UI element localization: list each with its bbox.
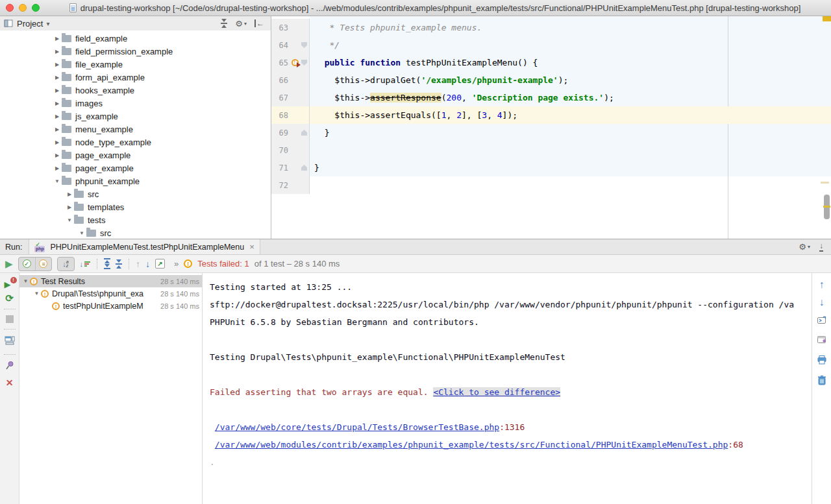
- project-tree-item[interactable]: ▶menu_example: [0, 123, 271, 136]
- project-tree-item[interactable]: ▶templates: [0, 200, 271, 213]
- editor-scrollbar[interactable]: [824, 195, 830, 219]
- close-window-button[interactable]: [6, 4, 14, 12]
- rerun-icon[interactable]: ⟳: [5, 293, 14, 303]
- jump-to-console-icon[interactable]: [817, 315, 827, 328]
- code-line[interactable]: 69 }: [271, 124, 831, 141]
- show-ignored-toggle[interactable]: ≡: [35, 258, 51, 270]
- project-tree-item[interactable]: ▶field_permission_example: [0, 45, 271, 58]
- window-title: drupal-testing-workshop [~/Code/os/drupa…: [81, 3, 801, 13]
- code-text: $this->assertEquals([1, 2], [3, 4]);: [310, 110, 831, 120]
- zoom-window-button[interactable]: [32, 4, 40, 12]
- settings-gear-icon[interactable]: ⚙▾: [799, 243, 810, 251]
- stop-button[interactable]: [6, 315, 14, 323]
- chevron-right-icon[interactable]: ▶: [53, 75, 62, 80]
- export-test-results-icon[interactable]: ↗: [155, 259, 165, 269]
- test-console-output[interactable]: Testing started at 13:25 ...sftp://docke…: [203, 273, 812, 504]
- fold-marker-icon[interactable]: [301, 42, 307, 48]
- sort-by-duration-toggle[interactable]: ↓: [80, 260, 91, 268]
- chevron-down-icon[interactable]: ▼: [65, 217, 74, 223]
- chevron-right-icon[interactable]: ▶: [53, 139, 62, 145]
- close-tab-icon[interactable]: ✕: [6, 378, 14, 387]
- hide-panel-icon[interactable]: ←: [254, 19, 264, 27]
- code-line[interactable]: 72: [271, 176, 831, 194]
- test-tree-item[interactable]: ▼!Drupal\Tests\phpunit_exa28 s 140 ms: [19, 287, 202, 300]
- previous-failed-test-icon[interactable]: ↑: [136, 259, 140, 269]
- chevron-right-icon[interactable]: ▶: [65, 191, 74, 197]
- chevron-right-icon[interactable]: ▶: [53, 49, 62, 54]
- code-line[interactable]: 64 */: [271, 36, 831, 54]
- close-icon[interactable]: ×: [249, 242, 254, 252]
- print-icon[interactable]: [817, 355, 827, 368]
- project-tree-item[interactable]: ▶hooks_example: [0, 84, 271, 97]
- chevron-right-icon[interactable]: ▶: [53, 88, 62, 93]
- chevron-right-icon[interactable]: ▶: [53, 114, 62, 119]
- code-line[interactable]: 67 $this->assertResponse(200, 'Descripti…: [271, 89, 831, 106]
- project-tree-item[interactable]: ▶pager_example: [0, 162, 271, 174]
- code-line[interactable]: 66 $this->drupalGet('/examples/phpunit-e…: [271, 71, 831, 89]
- next-failed-test-icon[interactable]: ↓: [145, 259, 150, 269]
- console-line: .: [210, 453, 812, 471]
- chevron-right-icon[interactable]: ▶: [53, 126, 62, 132]
- code-editor[interactable]: 63 * Tests phpunit_example menus.64 */65…: [271, 16, 831, 239]
- collapse-all-icon[interactable]: [221, 19, 227, 28]
- run-test-failed-icon[interactable]: !: [291, 59, 299, 66]
- chevron-down-icon[interactable]: ▾: [46, 20, 221, 27]
- editor-gutter: 69: [271, 124, 310, 141]
- fold-marker-icon[interactable]: [301, 60, 307, 66]
- code-line[interactable]: 65! public function testPhpUnitExampleMe…: [271, 54, 831, 71]
- project-tree-item[interactable]: ▼src: [0, 226, 271, 239]
- settings-gear-icon[interactable]: ⚙▾: [235, 19, 247, 28]
- chevron-right-icon[interactable]: ▶: [53, 101, 62, 106]
- fold-marker-icon[interactable]: [301, 130, 307, 136]
- chevron-down-icon[interactable]: ▼: [53, 178, 62, 184]
- project-panel-title[interactable]: Project: [17, 19, 43, 29]
- minimize-window-button[interactable]: [19, 4, 27, 12]
- project-tree-item[interactable]: ▶field_example: [0, 32, 271, 45]
- console-link[interactable]: /var/www/web/core/tests/Drupal/Tests/Bro…: [215, 422, 499, 432]
- project-tree-item[interactable]: ▼phpunit_example: [0, 174, 271, 187]
- project-tree-item[interactable]: ▶form_api_example: [0, 71, 271, 84]
- chevron-right-icon[interactable]: ▶: [65, 204, 74, 210]
- rerun-failed-tests-button[interactable]: ▶!: [5, 278, 15, 287]
- project-tree-item[interactable]: ▼tests: [0, 213, 271, 226]
- code-line[interactable]: 63 * Tests phpunit_example menus.: [271, 19, 831, 36]
- project-tree-item[interactable]: ▶js_example: [0, 110, 271, 123]
- error-stripe-warning-mark[interactable]: [823, 16, 831, 21]
- project-tree-item[interactable]: ▶node_type_example: [0, 136, 271, 149]
- project-tree-item[interactable]: ▶images: [0, 97, 271, 110]
- chevron-down-icon[interactable]: ▼: [77, 230, 86, 236]
- chevron-right-icon[interactable]: ▶: [53, 152, 62, 158]
- chevron-right-icon[interactable]: ▶: [53, 62, 62, 67]
- down-stack-trace-icon[interactable]: ↓: [819, 297, 825, 307]
- fold-marker-icon[interactable]: [301, 165, 307, 171]
- show-passed-toggle[interactable]: ✓: [19, 258, 35, 270]
- clear-all-icon[interactable]: [817, 375, 826, 388]
- error-stripe-tick[interactable]: [821, 182, 829, 184]
- console-link[interactable]: <Click to see difference>: [433, 387, 560, 397]
- hide-tool-window-icon[interactable]: ↓: [819, 242, 823, 252]
- up-stack-trace-icon[interactable]: ↑: [819, 280, 825, 290]
- project-tree-item[interactable]: ▶file_example: [0, 58, 271, 71]
- console-link[interactable]: /var/www/web/modules/contrib/examples/ph…: [215, 440, 728, 450]
- chevron-down-icon[interactable]: ▼: [32, 291, 41, 296]
- project-tree-item[interactable]: ▶src: [0, 187, 271, 200]
- run-tab[interactable]: php ✓ PHPUnitExampleMenuTest.testPhpUnit…: [29, 239, 260, 254]
- pin-tab-icon[interactable]: [5, 361, 14, 372]
- project-tree-item[interactable]: ▶page_example: [0, 149, 271, 162]
- code-line[interactable]: 71}: [271, 159, 831, 176]
- chevron-right-icon[interactable]: ▶: [53, 165, 62, 171]
- restore-layout-icon[interactable]: [5, 335, 15, 348]
- scroll-to-end-icon[interactable]: [817, 335, 827, 348]
- code-line[interactable]: 70: [271, 141, 831, 159]
- test-tree-item[interactable]: !testPhpUnitExampleM28 s 140 ms: [19, 300, 202, 312]
- chevron-down-icon[interactable]: ▼: [21, 278, 30, 284]
- rerun-button[interactable]: ▶: [5, 259, 13, 269]
- collapse-all-icon[interactable]: [116, 259, 122, 269]
- more-actions-chevron[interactable]: »: [174, 259, 179, 269]
- code-line[interactable]: 68 $this->assertEquals([1, 2], [3, 4]);: [271, 106, 831, 124]
- test-tree-item[interactable]: ▼!Test Results28 s 140 ms: [19, 275, 202, 287]
- chevron-right-icon[interactable]: ▶: [53, 36, 62, 42]
- project-tree-item-label: node_type_example: [75, 138, 151, 147]
- expand-all-icon[interactable]: [104, 258, 110, 269]
- sort-alphabetically-toggle[interactable]: ↓az: [57, 257, 75, 271]
